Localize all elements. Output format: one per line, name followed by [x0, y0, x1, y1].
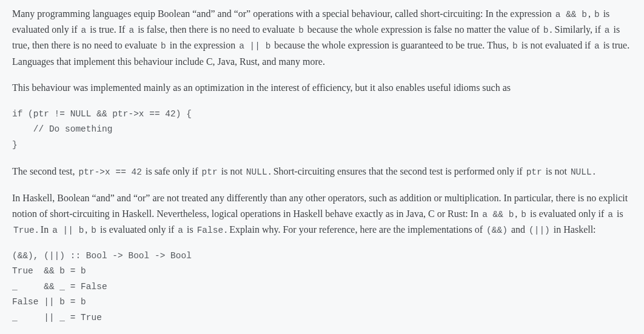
text: is false, then there is no need to evalu… — [135, 24, 297, 35]
text: is not — [219, 166, 245, 176]
text: is evaluated only if — [98, 224, 176, 235]
text: . — [593, 166, 595, 176]
code-inline: a — [80, 25, 88, 35]
text: because the whole expression is false no… — [305, 24, 542, 35]
code-inline: b — [90, 225, 98, 235]
text: is — [614, 209, 623, 219]
text: is not — [543, 166, 569, 176]
code-inline: False — [196, 225, 225, 235]
code-inline: NULL — [569, 167, 593, 177]
text: The second test, — [12, 166, 78, 176]
code-inline: a — [176, 225, 184, 235]
code-inline: NULL — [245, 167, 269, 177]
code-inline: ptr->x == 42 — [78, 167, 143, 177]
code-inline: a && b — [554, 10, 588, 19]
code-inline: ptr — [525, 167, 543, 177]
code-inline: b — [593, 10, 601, 19]
code-inline: a — [127, 25, 135, 35]
code-inline: a — [606, 210, 614, 219]
paragraph-second-test: The second test, ptr->x == 42 is safe on… — [12, 164, 632, 179]
code-inline: a — [603, 25, 611, 35]
text: , — [588, 8, 593, 19]
text: is safe only if — [143, 166, 201, 176]
text: . Similarly, if — [550, 24, 603, 35]
code-inline: a || b — [51, 225, 85, 235]
text: in Haskell: — [551, 224, 596, 235]
document-page: Many programming languages equip Boolean… — [0, 0, 644, 334]
code-inline: True — [12, 225, 36, 235]
text: is not evaluated if — [519, 40, 593, 50]
code-block-haskell: (&&), (||) :: Bool -> Bool -> Bool True … — [12, 249, 632, 326]
code-inline: b — [520, 210, 528, 219]
text: because the whole expression is guarante… — [272, 40, 511, 50]
code-block-c: if (ptr != NULL && ptr->x == 42) { // Do… — [12, 107, 632, 153]
code-inline: a && b — [481, 210, 515, 219]
code-inline: (&&) — [485, 225, 509, 235]
text: Many programming languages equip Boolean… — [12, 8, 554, 19]
paragraph-behaviour: This behaviour was implemented mainly as… — [12, 80, 632, 96]
text: in the expression — [167, 40, 238, 50]
text: . Explain why. For your reference, here … — [224, 224, 485, 235]
text: and — [509, 224, 528, 235]
code-inline: a || b — [238, 41, 272, 51]
code-inline: b — [511, 41, 519, 51]
paragraph-haskell: In Haskell, Boolean “and” and “or” are n… — [12, 190, 632, 238]
text: is — [184, 224, 196, 235]
text: . In — [36, 224, 51, 235]
code-inline: b — [159, 41, 167, 51]
text: is true. If — [87, 24, 127, 35]
code-inline: ptr — [201, 167, 219, 177]
text: . Short-circuiting ensures that the seco… — [269, 166, 525, 176]
code-inline: b — [297, 25, 305, 35]
paragraph-intro: Many programming languages equip Boolean… — [12, 6, 632, 69]
code-inline: b — [542, 25, 550, 35]
code-inline: a — [593, 41, 601, 51]
code-inline: (||) — [528, 225, 551, 235]
text: is evaluated only if — [528, 209, 606, 219]
